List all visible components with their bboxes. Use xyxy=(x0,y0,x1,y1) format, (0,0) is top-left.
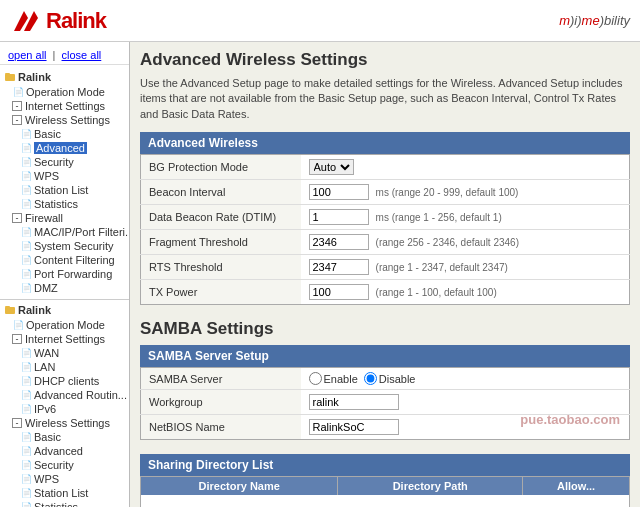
sidebar-item-firewall[interactable]: - Firewall xyxy=(0,211,129,225)
ralink-folder-icon xyxy=(4,71,16,83)
table-row: Workgroup xyxy=(141,390,630,415)
sidebar-item-port-forwarding[interactable]: Port Forwarding xyxy=(0,267,129,281)
sidebar-item-operation-mode[interactable]: Operation Mode xyxy=(0,85,129,99)
section-header-advanced: Advanced Wireless xyxy=(140,132,630,154)
file-icon xyxy=(20,501,32,507)
file-icon xyxy=(20,473,32,485)
page-title-advanced: Advanced Wireless Settings xyxy=(140,50,630,70)
collapse-icon[interactable]: - xyxy=(12,213,22,223)
samba-server-value: Enable Disable xyxy=(301,368,630,390)
dtim-input[interactable] xyxy=(309,209,369,225)
sidebar-item-statistics[interactable]: Statistics xyxy=(0,197,129,211)
sidebar-item-statistics2[interactable]: Statistics xyxy=(0,500,129,507)
enable-radio-label[interactable]: Enable xyxy=(309,372,358,385)
rts-threshold-input[interactable] xyxy=(309,259,369,275)
file-icon xyxy=(20,431,32,443)
collapse-icon[interactable]: - xyxy=(12,115,22,125)
disable-radio-label[interactable]: Disable xyxy=(364,372,416,385)
beacon-hint: ms (range 20 - 999, default 100) xyxy=(376,187,519,198)
file-icon xyxy=(20,403,32,415)
workgroup-input[interactable] xyxy=(309,394,399,410)
sidebar-item-station-list2[interactable]: Station List xyxy=(0,486,129,500)
sidebar-item-advanced2[interactable]: Advanced xyxy=(0,444,129,458)
samba-radio-group: Enable Disable xyxy=(309,372,622,385)
sidebar-item-wireless-settings[interactable]: - Wireless Settings xyxy=(0,113,129,127)
sidebar-item-wan[interactable]: WAN xyxy=(0,346,129,360)
sidebar-item-adv-routing[interactable]: Advanced Routin... xyxy=(0,388,129,402)
enable-radio[interactable] xyxy=(309,372,322,385)
sidebar-item-internet-settings2[interactable]: - Internet Settings xyxy=(0,332,129,346)
logo-text: Ralink xyxy=(46,8,106,34)
sidebar-item-lan[interactable]: LAN xyxy=(0,360,129,374)
file-icon xyxy=(20,389,32,401)
bg-protection-select[interactable]: Auto On Off xyxy=(309,159,354,175)
field-value: ms (range 1 - 256, default 1) xyxy=(301,205,630,230)
file-icon xyxy=(20,198,32,210)
collapse-icon[interactable]: - xyxy=(12,101,22,111)
field-label: Beacon Interval xyxy=(141,180,301,205)
collapse-icon[interactable]: - xyxy=(12,418,22,428)
dtim-hint: ms (range 1 - 256, default 1) xyxy=(376,212,502,223)
sidebar-item-security[interactable]: Security xyxy=(0,155,129,169)
table-row: Fragment Threshold (range 256 - 2346, de… xyxy=(141,230,630,255)
field-label: TX Power xyxy=(141,280,301,305)
fragment-hint: (range 256 - 2346, default 2346) xyxy=(376,237,519,248)
table-row: Beacon Interval ms (range 20 - 999, defa… xyxy=(141,180,630,205)
beacon-interval-input[interactable] xyxy=(309,184,369,200)
collapse-icon[interactable]: - xyxy=(12,334,22,344)
disable-radio[interactable] xyxy=(364,372,377,385)
svg-rect-4 xyxy=(5,307,15,314)
sidebar-item-dmz[interactable]: DMZ xyxy=(0,281,129,295)
sidebar-item-wireless-settings2[interactable]: - Wireless Settings xyxy=(0,416,129,430)
sidebar-item-wps[interactable]: WPS xyxy=(0,169,129,183)
file-icon xyxy=(20,128,32,140)
sidebar-item-wps2[interactable]: WPS xyxy=(0,472,129,486)
sidebar-controls: open all | close all xyxy=(0,46,129,65)
header: Ralink m)i)me)bility xyxy=(0,0,640,42)
sidebar-item-system-security[interactable]: System Security xyxy=(0,239,129,253)
file-icon xyxy=(12,86,24,98)
fragment-threshold-input[interactable] xyxy=(309,234,369,250)
table-row-empty xyxy=(141,495,630,507)
sidebar-item-station-list[interactable]: Station List xyxy=(0,183,129,197)
svg-rect-3 xyxy=(5,73,10,75)
table-header-row: Directory Name Directory Path Allow... xyxy=(141,477,630,496)
sidebar-item-internet-settings[interactable]: - Internet Settings xyxy=(0,99,129,113)
sidebar-item-mac-ip[interactable]: MAC/IP/Port Filteri... xyxy=(0,225,129,239)
tx-power-hint: (range 1 - 100, default 100) xyxy=(376,287,497,298)
dir-list-header: Sharing Directory List xyxy=(140,454,630,476)
file-icon xyxy=(20,459,32,471)
sidebar-item-ipv6[interactable]: IPv6 xyxy=(0,402,129,416)
sidebar: open all | close all Ralink Operation Mo… xyxy=(0,42,130,507)
section-header-samba: SAMBA Server Setup xyxy=(140,345,630,367)
netbios-value xyxy=(301,415,630,440)
sidebar-item-ralink-root2[interactable]: Ralink xyxy=(0,302,129,318)
open-all-link[interactable]: open all xyxy=(8,49,47,61)
netbios-input[interactable] xyxy=(309,419,399,435)
sidebar-item-advanced[interactable]: Advanced xyxy=(0,141,129,155)
disable-label: Disable xyxy=(379,373,416,385)
file-icon xyxy=(20,184,32,196)
sidebar-item-basic2[interactable]: Basic xyxy=(0,430,129,444)
file-icon xyxy=(20,375,32,387)
field-value: Auto On Off xyxy=(301,155,630,180)
sidebar-item-security2[interactable]: Security xyxy=(0,458,129,472)
netbios-label: NetBIOS Name xyxy=(141,415,301,440)
sidebar-item-content-filtering[interactable]: Content Filtering xyxy=(0,253,129,267)
close-all-link[interactable]: close all xyxy=(62,49,102,61)
table-row: BG Protection Mode Auto On Off xyxy=(141,155,630,180)
file-icon xyxy=(20,361,32,373)
workgroup-label: Workgroup xyxy=(141,390,301,415)
file-icon xyxy=(20,254,32,266)
field-value: ms (range 20 - 999, default 100) xyxy=(301,180,630,205)
sidebar-item-operation-mode2[interactable]: Operation Mode xyxy=(0,318,129,332)
sidebar-item-basic[interactable]: Basic xyxy=(0,127,129,141)
tx-power-input[interactable] xyxy=(309,284,369,300)
svg-rect-5 xyxy=(5,306,10,308)
sidebar-item-dhcp[interactable]: DHCP clients xyxy=(0,374,129,388)
field-value: (range 256 - 2346, default 2346) xyxy=(301,230,630,255)
table-row: TX Power (range 1 - 100, default 100) xyxy=(141,280,630,305)
logo-area: Ralink xyxy=(10,6,106,36)
field-label: RTS Threshold xyxy=(141,255,301,280)
sidebar-item-ralink-root[interactable]: Ralink xyxy=(0,69,129,85)
